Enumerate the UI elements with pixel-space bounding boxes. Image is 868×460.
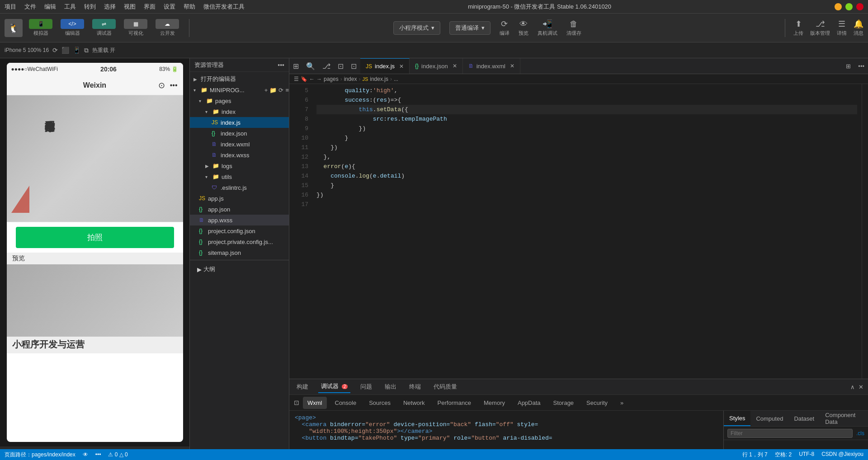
- add-file-icon[interactable]: +: [264, 87, 268, 94]
- compile-action[interactable]: ⟳ 编译: [500, 19, 509, 37]
- compiler-dropdown[interactable]: 普通编译 ▾: [449, 21, 491, 35]
- file-project-config[interactable]: {} project.config.json: [190, 225, 289, 236]
- file-index-js[interactable]: JS index.js: [190, 117, 289, 128]
- file-sitemap[interactable]: {} sitemap.json: [190, 247, 289, 258]
- tab-index-wxml[interactable]: 🗎 index.wxml ✕: [463, 58, 520, 74]
- menu-item-edit[interactable]: 编辑: [44, 3, 56, 11]
- subtab-wxml[interactable]: Wxml: [303, 397, 327, 409]
- subtab-storage[interactable]: Storage: [549, 397, 579, 409]
- search-icon[interactable]: 🔍: [302, 62, 319, 70]
- folder-utils[interactable]: ▾ 📁 utils: [190, 171, 289, 182]
- tab-index-json[interactable]: {} index.json ✕: [410, 58, 463, 74]
- reload-button[interactable]: ⟳: [52, 47, 58, 54]
- collapse-all-icon[interactable]: ≡: [285, 87, 289, 94]
- status-path[interactable]: 页面路径：pages/index/index: [5, 451, 75, 459]
- menu-item-settings[interactable]: 设置: [164, 3, 175, 11]
- dom-selector-icon[interactable]: ⊡: [294, 399, 299, 406]
- menu-item-view[interactable]: 视图: [124, 3, 136, 11]
- style-tab-dataset[interactable]: Dataset: [788, 411, 820, 426]
- file-manager-section[interactable]: ▶ 大纲: [193, 264, 285, 275]
- file-app-js[interactable]: JS app.js: [190, 193, 289, 204]
- open-editors-header[interactable]: ▶ 打开的编辑器: [190, 74, 289, 84]
- debug-tab-debugger[interactable]: 调试器 2: [318, 380, 350, 393]
- version-action[interactable]: ⎇ 版本管理: [810, 19, 830, 37]
- menu-item-project[interactable]: 项目: [5, 3, 16, 11]
- subtab-performance[interactable]: Performance: [433, 397, 476, 409]
- debug-tab-quality[interactable]: 代码质量: [431, 381, 460, 393]
- hot-reload-label[interactable]: 热重载 开: [92, 47, 115, 54]
- breadcrumb-menu-icon[interactable]: ☰: [294, 76, 299, 82]
- editor-more-icon[interactable]: •••: [854, 63, 868, 70]
- code-content[interactable]: ▾ quality:'high', success:(res)=>{ this.…: [312, 84, 862, 379]
- subtab-more[interactable]: »: [616, 397, 628, 409]
- menu-item-select[interactable]: 选择: [104, 3, 116, 11]
- subtab-console[interactable]: Console: [330, 397, 361, 409]
- folder-pages[interactable]: ▾ 📁 pages: [190, 95, 289, 106]
- eye-status-icon[interactable]: 👁: [83, 451, 88, 458]
- menu-item-tools[interactable]: 工具: [64, 3, 76, 11]
- detail-action[interactable]: ☰ 详情: [837, 19, 847, 37]
- preview-action[interactable]: 👁 预览: [519, 19, 528, 37]
- code-editor-area[interactable]: 5 6 7 8 9 10 11 12 13 14 15 16 17 ▾ q: [289, 84, 868, 379]
- close-panel-icon[interactable]: ✕: [859, 384, 863, 390]
- debugger-button[interactable]: ⇌: [92, 19, 116, 29]
- breadcrumb-forward-icon[interactable]: →: [316, 76, 322, 82]
- notification-action[interactable]: 🔔 消息: [854, 19, 863, 37]
- maximize-button[interactable]: □: [845, 3, 853, 10]
- close-button[interactable]: ✕: [856, 3, 863, 10]
- phone-nav-more-icon[interactable]: •••: [170, 81, 178, 89]
- tab-close-icon[interactable]: ✕: [399, 63, 404, 70]
- debug-tab-problems[interactable]: 问题: [358, 381, 375, 393]
- menu-item-interface[interactable]: 界面: [144, 3, 156, 11]
- dots-status-icon[interactable]: •••: [95, 451, 101, 458]
- folder-index[interactable]: ▾ 📁 index: [190, 106, 289, 117]
- tab-json-close-icon[interactable]: ✕: [453, 63, 457, 69]
- file-app-wxss[interactable]: 🗎 app.wxss: [190, 215, 289, 225]
- menu-item-goto[interactable]: 转到: [84, 3, 96, 11]
- cls-button[interactable]: .cls: [856, 430, 864, 437]
- minimize-button[interactable]: ─: [835, 3, 842, 10]
- breadcrumb-back-icon[interactable]: ←: [309, 76, 315, 82]
- debug-tab-output[interactable]: 输出: [382, 381, 399, 393]
- project-root[interactable]: ▾ 📁 MINIPROG... + 📁 ⟳ ≡: [190, 84, 289, 95]
- menu-item-wechat[interactable]: 微信开发者工具: [203, 3, 245, 11]
- menu-item-file[interactable]: 文件: [24, 3, 36, 11]
- split-editor-icon[interactable]: ⊞: [289, 62, 302, 70]
- subtab-network[interactable]: Network: [399, 397, 429, 409]
- layout-icon[interactable]: ⊞: [842, 63, 854, 70]
- style-tab-computed[interactable]: Computed: [750, 411, 788, 426]
- clear-cache-action[interactable]: 🗑 清缓存: [566, 19, 581, 37]
- folder-logs[interactable]: ▶ 📁 logs: [190, 160, 289, 171]
- mode-dropdown[interactable]: 小程序模式 ▾: [393, 21, 440, 35]
- subtab-sources[interactable]: Sources: [364, 397, 395, 409]
- file-index-wxml[interactable]: 🗎 index.wxml: [190, 139, 289, 150]
- upload-action[interactable]: ⬆ 上传: [793, 19, 803, 37]
- simulator-button[interactable]: 📱: [29, 19, 52, 29]
- editor-button[interactable]: </>: [61, 19, 84, 29]
- breadcrumb-bookmark-icon[interactable]: 🔖: [301, 76, 307, 82]
- add-folder-icon[interactable]: 📁: [269, 87, 277, 94]
- more-options-icon[interactable]: •••: [278, 61, 284, 69]
- debug-tab-terminal[interactable]: 终端: [406, 381, 424, 393]
- style-tab-styles[interactable]: Styles: [724, 411, 750, 426]
- real-debug-action[interactable]: 📲 真机调试: [538, 19, 557, 37]
- phone-nav-cam-icon[interactable]: ⊙: [158, 80, 165, 90]
- file-index-wxss[interactable]: 🗎 index.wxss: [190, 150, 289, 160]
- tab-wxml-close-icon[interactable]: ✕: [510, 63, 514, 69]
- scrollbar[interactable]: [862, 84, 868, 379]
- visualize-button[interactable]: ▦: [124, 19, 147, 29]
- cloud-button[interactable]: ☁: [156, 19, 179, 29]
- subtab-appdata[interactable]: AppData: [513, 397, 545, 409]
- take-photo-button[interactable]: 拍照: [16, 227, 174, 248]
- menu-item-help[interactable]: 帮助: [184, 3, 195, 11]
- file-index-json[interactable]: {} index.json: [190, 128, 289, 139]
- file-app-json[interactable]: {} app.json: [190, 204, 289, 215]
- file-project-private[interactable]: {} project.private.config.js...: [190, 236, 289, 247]
- subtab-memory[interactable]: Memory: [479, 397, 509, 409]
- file-eslint[interactable]: 🛡 .eslintrc.js: [190, 182, 289, 193]
- subtab-security[interactable]: Security: [582, 397, 612, 409]
- branch-icon[interactable]: ⎇: [319, 62, 334, 70]
- filter-input[interactable]: [727, 429, 853, 438]
- debug-tab-build[interactable]: 构建: [294, 381, 311, 393]
- tab-index-js[interactable]: JS index.js ✕: [360, 58, 410, 74]
